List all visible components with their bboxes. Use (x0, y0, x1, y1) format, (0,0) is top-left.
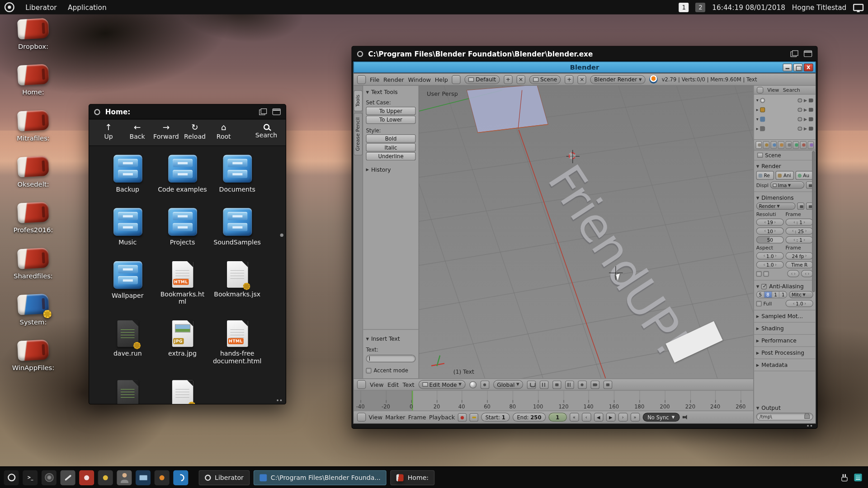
time-remapping-button[interactable]: Time R (786, 261, 813, 268)
frame-start-field[interactable]: ‹: 1› (786, 219, 813, 226)
mode-selector[interactable]: Edit Mode▼ (418, 380, 465, 389)
tab-object-icon[interactable] (785, 141, 792, 149)
selectability-arrow-icon[interactable] (804, 117, 807, 121)
jump-to-start-button[interactable]: « (569, 413, 579, 422)
outliner-row[interactable]: ▾ (756, 115, 813, 123)
output-path-field[interactable]: /tmp\ (756, 413, 813, 420)
visibility-eye-icon[interactable] (797, 127, 802, 131)
audio-button[interactable]: Au (795, 171, 813, 180)
timeline-ruler[interactable]: -40 -20 0 20 40 60 80 100 120 140 160 18… (354, 390, 753, 410)
toggle-frame-icon[interactable] (272, 108, 280, 115)
add-preset-button[interactable] (797, 202, 804, 210)
file-item-soundsamples[interactable]: SoundSamples (210, 208, 264, 246)
outliner-row[interactable]: ▾ (756, 96, 813, 104)
window-menu-icon[interactable] (357, 51, 363, 56)
task-liberator[interactable]: Liberator (199, 470, 250, 485)
expand-arrow-icon[interactable]: ▸ (756, 108, 759, 113)
aa-samples-5[interactable]: 5 (757, 291, 764, 297)
aa-enable-checkbox[interactable] (761, 284, 767, 289)
launcher-friend-icon[interactable] (4, 470, 19, 485)
toggle-frame-icon[interactable] (804, 50, 812, 57)
menu-help[interactable]: Help (435, 76, 448, 83)
panel-sampled-motion-blur[interactable]: ▶Sampled Mot... (754, 310, 816, 323)
bold-button[interactable]: Bold (366, 135, 415, 143)
visibility-eye-icon[interactable] (797, 108, 802, 112)
remove-layout-button[interactable]: × (516, 75, 525, 84)
desktop-icon-winappfiles[interactable]: WinAppFiles: (7, 340, 60, 372)
menu-marker[interactable]: Marker (385, 414, 405, 421)
play-reverse-button[interactable]: ◀ (594, 413, 603, 422)
accent-mode-checkbox[interactable] (366, 368, 371, 373)
menu-liberator[interactable]: Liberator (25, 3, 57, 11)
file-item-music[interactable]: Music (100, 208, 155, 246)
snap-magnet-icon[interactable] (527, 380, 536, 389)
maximize-button[interactable] (793, 64, 803, 71)
aa-samples-11[interactable]: 1 (772, 291, 780, 297)
tab-grease-pencil[interactable]: Grease Pencil (354, 113, 363, 155)
close-button[interactable]: X (804, 64, 813, 71)
file-item-partial[interactable] (100, 380, 155, 404)
layers-icon[interactable] (565, 380, 574, 389)
render-preset-selector[interactable]: Render▼ (756, 202, 796, 210)
to-lower-button[interactable]: To Lower (366, 116, 415, 124)
launcher-user-icon[interactable] (117, 470, 132, 485)
editor-type-icon[interactable] (357, 413, 366, 422)
file-item-code-examples[interactable]: Code examples (155, 155, 210, 193)
time-old-field[interactable]: ‹› (787, 270, 799, 277)
forward-button[interactable]: →Forward (153, 123, 179, 141)
window-menu-icon[interactable] (94, 109, 100, 115)
panel-insert-text[interactable]: ▼Insert Text (366, 336, 415, 342)
duplicate-window-icon[interactable] (791, 50, 798, 57)
render-camera-icon[interactable] (809, 127, 813, 131)
desktop-icon-sharedfiles[interactable]: Sharedfiles: (7, 249, 60, 280)
prev-keyframe-button[interactable]: ‹ (581, 413, 591, 422)
remove-scene-button[interactable]: × (578, 75, 587, 84)
desktop-icon-oksedelt[interactable]: Oksedelt: (7, 157, 60, 188)
fps-field[interactable]: 24 fp› (786, 252, 813, 259)
file-item-extra-jpg[interactable]: JPGextra.jpg (155, 320, 210, 366)
file-item-handsfree-html[interactable]: HTMLhands-free document.html (210, 320, 264, 366)
crop-checkbox[interactable] (764, 271, 769, 276)
add-layout-button[interactable]: + (504, 75, 513, 84)
resolution-percent-slider[interactable]: 50 (756, 236, 784, 244)
menu-frame[interactable]: Frame (408, 414, 426, 421)
keying-set-icon[interactable] (469, 413, 478, 421)
desktop-icon-dropbox[interactable]: Dropbox: (7, 19, 60, 51)
task-home[interactable]: Home: (391, 470, 435, 485)
panel-performance[interactable]: ▶Performance (754, 335, 816, 347)
tab-render-icon[interactable] (755, 141, 762, 149)
menu-playback[interactable]: Playback (429, 414, 455, 421)
manipulator-icon[interactable] (552, 380, 561, 389)
friend-logo-icon[interactable] (5, 2, 14, 12)
resolution-y-field[interactable]: ‹10› (756, 227, 784, 235)
menu-file[interactable]: File (370, 76, 380, 83)
menu-application[interactable]: Application (68, 3, 107, 11)
full-sample-checkbox[interactable] (756, 301, 762, 306)
resize-grip[interactable] (277, 399, 282, 401)
snap-element-icon[interactable] (540, 380, 549, 389)
tab-material-icon[interactable] (807, 141, 814, 149)
render-preview-icon[interactable] (591, 380, 600, 389)
launcher-terminal-icon[interactable]: >_ (23, 470, 38, 485)
render-engine-selector[interactable]: Blender Render▼ (590, 75, 646, 84)
selectability-arrow-icon[interactable] (804, 127, 807, 130)
selectability-arrow-icon[interactable] (804, 108, 807, 111)
file-item-bookmarks-jsx[interactable]: Bookmarks.jsx (210, 261, 264, 306)
display-icon[interactable] (853, 4, 863, 11)
aa-size-field[interactable]: ‹1.0› (786, 300, 813, 307)
current-frame-field[interactable]: 1 (548, 413, 566, 422)
file-item-bookmarks-html[interactable]: HTMLBookmarks.html (155, 261, 210, 306)
sync-mode-selector[interactable]: No Sync▼ (642, 413, 679, 422)
resize-grip[interactable] (807, 425, 812, 427)
selectability-arrow-icon[interactable] (804, 99, 807, 102)
transform-orientation-selector[interactable]: Global▼ (493, 380, 523, 389)
launcher-display-icon[interactable] (136, 470, 151, 485)
layout-selector[interactable]: Default (465, 75, 500, 84)
file-item-projects[interactable]: Projects (155, 208, 210, 246)
to-upper-button[interactable]: To Upper (366, 107, 415, 115)
panel-render-header[interactable]: ▼Render (756, 163, 813, 169)
launcher-screen-icon[interactable] (155, 470, 170, 485)
insert-text-input[interactable] (366, 355, 415, 362)
up-button[interactable]: ↑Up (96, 123, 121, 141)
viewport-shading-icon[interactable] (469, 381, 476, 388)
